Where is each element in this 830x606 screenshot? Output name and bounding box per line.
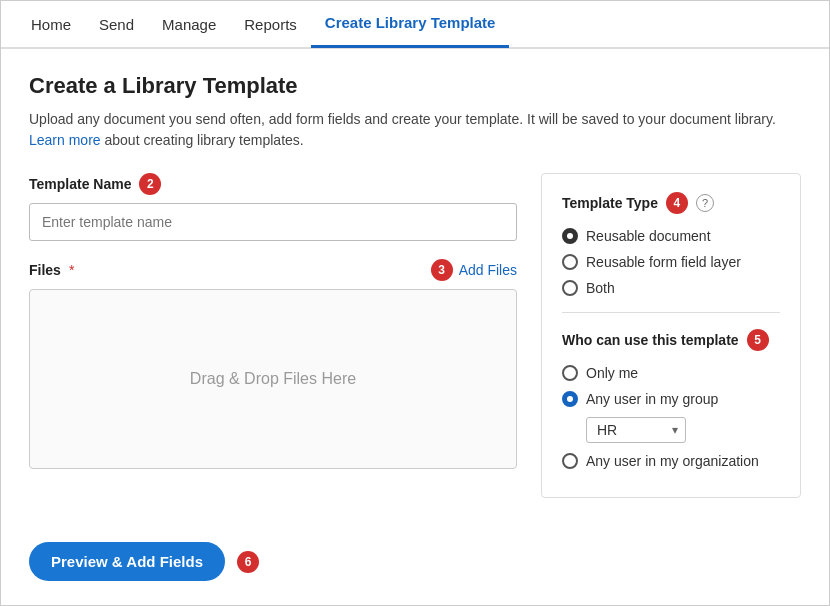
drop-zone-text: Drag & Drop Files Here <box>190 370 356 388</box>
nav-item-home[interactable]: Home <box>17 0 85 48</box>
preview-add-fields-button[interactable]: Preview & Add Fields <box>29 542 225 581</box>
radio-any-user-group[interactable]: Any user in my group <box>562 391 780 407</box>
radio-circle-both <box>562 280 578 296</box>
radio-both[interactable]: Both <box>562 280 780 296</box>
radio-label-both: Both <box>586 280 615 296</box>
group-dropdown-row: HR Finance IT Sales <box>586 417 780 443</box>
template-name-input[interactable] <box>29 203 517 241</box>
required-star: * <box>69 262 74 278</box>
files-label: Files <box>29 262 61 278</box>
radio-circle-reusable-form <box>562 254 578 270</box>
page-desc-text2: about creating library templates. <box>104 132 303 148</box>
template-type-label-row: Template Type 4 ? <box>562 192 780 214</box>
divider <box>562 312 780 313</box>
page-content: Create a Library Template Upload any doc… <box>1 49 829 522</box>
radio-circle-any-user-group <box>562 391 578 407</box>
radio-label-any-user-org: Any user in my organization <box>586 453 759 469</box>
who-can-use-section: Who can use this template 5 Only me Any … <box>562 329 780 469</box>
drop-zone[interactable]: Drag & Drop Files Here <box>29 289 517 469</box>
files-label-row: Files * 3 Add Files <box>29 259 517 281</box>
radio-circle-reusable-doc <box>562 228 578 244</box>
nav-item-send[interactable]: Send <box>85 0 148 48</box>
files-left: Files * <box>29 262 74 278</box>
template-name-label: Template Name <box>29 176 131 192</box>
page-title: Create a Library Template <box>29 73 801 99</box>
nav-item-reports[interactable]: Reports <box>230 0 311 48</box>
radio-label-only-me: Only me <box>586 365 638 381</box>
who-label-row: Who can use this template 5 <box>562 329 780 351</box>
nav-item-manage[interactable]: Manage <box>148 0 230 48</box>
left-column: Template Name 2 Files * 3 Add Files Drag… <box>29 173 517 498</box>
who-title: Who can use this template <box>562 332 739 348</box>
radio-inner-dot-group <box>567 396 573 402</box>
template-type-help-icon[interactable]: ? <box>696 194 714 212</box>
page-desc-text1: Upload any document you send often, add … <box>29 111 776 127</box>
radio-inner-dot-reusable-doc <box>567 233 573 239</box>
radio-any-user-org[interactable]: Any user in my organization <box>562 453 780 469</box>
radio-circle-any-user-org <box>562 453 578 469</box>
template-name-label-row: Template Name 2 <box>29 173 517 195</box>
right-column: Template Type 4 ? Reusable document Reus… <box>541 173 801 498</box>
step-badge-6: 6 <box>237 551 259 573</box>
add-files-link[interactable]: Add Files <box>459 262 517 278</box>
step-badge-5: 5 <box>747 329 769 351</box>
footer: Preview & Add Fields 6 <box>1 522 829 601</box>
step-badge-3: 3 <box>431 259 453 281</box>
radio-label-any-user-group: Any user in my group <box>586 391 718 407</box>
group-select-wrapper: HR Finance IT Sales <box>586 417 686 443</box>
radio-label-reusable-form: Reusable form field layer <box>586 254 741 270</box>
nav-item-create-library-template[interactable]: Create Library Template <box>311 0 510 48</box>
group-select[interactable]: HR Finance IT Sales <box>586 417 686 443</box>
template-type-title: Template Type <box>562 195 658 211</box>
radio-only-me[interactable]: Only me <box>562 365 780 381</box>
top-navigation: Home Send Manage Reports Create Library … <box>1 1 829 49</box>
radio-reusable-form[interactable]: Reusable form field layer <box>562 254 780 270</box>
radio-label-reusable-doc: Reusable document <box>586 228 711 244</box>
main-layout: Template Name 2 Files * 3 Add Files Drag… <box>29 173 801 498</box>
learn-more-link[interactable]: Learn more <box>29 132 101 148</box>
add-files-row: 3 Add Files <box>431 259 517 281</box>
radio-circle-only-me <box>562 365 578 381</box>
step-badge-2: 2 <box>139 173 161 195</box>
radio-reusable-doc[interactable]: Reusable document <box>562 228 780 244</box>
step-badge-4: 4 <box>666 192 688 214</box>
page-description: Upload any document you send often, add … <box>29 109 801 151</box>
